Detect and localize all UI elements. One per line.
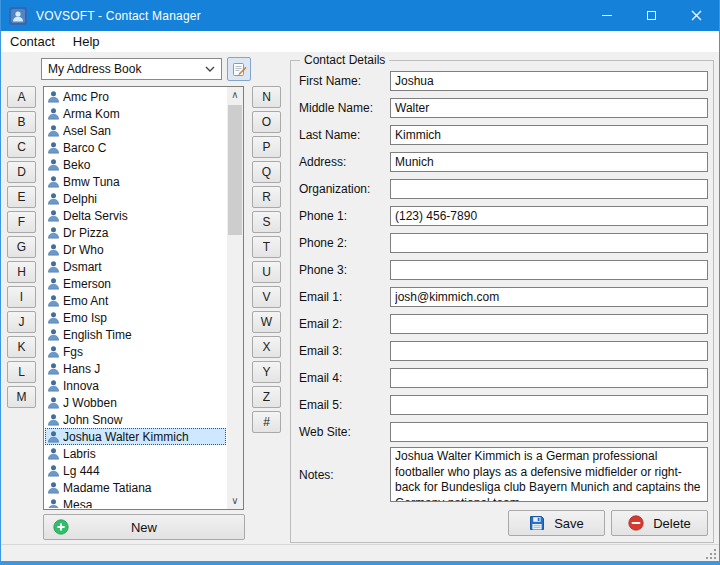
contact-list-item[interactable]: Emo Isp [45, 309, 226, 326]
email-3-field[interactable] [390, 341, 708, 361]
contact-list-item[interactable]: Mesa [45, 496, 226, 508]
minimize-button[interactable] [584, 0, 629, 31]
last-name-label: Last Name: [299, 128, 390, 142]
notes-label: Notes: [299, 468, 390, 482]
contact-list-item[interactable]: Innova [45, 377, 226, 394]
alphabet-button-c[interactable]: C [7, 136, 36, 158]
contact-list-item[interactable]: Dsmart [45, 258, 226, 275]
contact-list-item[interactable]: English Time [45, 326, 226, 343]
contact-list-item[interactable]: John Snow [45, 411, 226, 428]
contact-list-item[interactable]: Madame Tatiana [45, 479, 226, 496]
contact-name: J Wobben [63, 396, 117, 410]
phone-2-field[interactable] [390, 233, 708, 253]
phone-1-field[interactable] [390, 206, 708, 226]
titlebar: VOVSOFT - Contact Manager [1, 0, 719, 31]
contact-list-item[interactable]: Joshua Walter Kimmich [45, 428, 226, 445]
first-name-label: First Name: [299, 74, 390, 88]
alphabet-button-k[interactable]: K [7, 336, 36, 358]
alphabet-button-u[interactable]: U [252, 261, 281, 283]
email-4-field[interactable] [390, 368, 708, 388]
contact-list-item[interactable]: Fgs [45, 343, 226, 360]
contact-list-item[interactable]: Hans J [45, 360, 226, 377]
contact-list-item[interactable]: Dr Who [45, 241, 226, 258]
contact-list-item[interactable]: Amc Pro [45, 88, 226, 105]
save-floppy-icon [529, 515, 545, 531]
alphabet-button-hash[interactable]: # [252, 411, 281, 433]
alphabet-button-s[interactable]: S [252, 211, 281, 233]
web-site-label: Web Site: [299, 425, 390, 439]
contact-name: Emo Isp [63, 311, 107, 325]
close-button[interactable] [674, 0, 719, 31]
contact-name: Lg 444 [63, 464, 100, 478]
contact-name: Barco C [63, 141, 106, 155]
alphabet-button-w[interactable]: W [252, 311, 281, 333]
alphabet-button-r[interactable]: R [252, 186, 281, 208]
resize-grip[interactable] [705, 548, 717, 560]
alphabet-button-z[interactable]: Z [252, 386, 281, 408]
alphabet-button-g[interactable]: G [7, 236, 36, 258]
alphabet-button-p[interactable]: P [252, 136, 281, 158]
alphabet-button-l[interactable]: L [7, 361, 36, 383]
phone-3-field[interactable] [390, 260, 708, 280]
contact-list-item[interactable]: Dr Pizza [45, 224, 226, 241]
middle-name-field[interactable] [390, 98, 708, 118]
alphabet-button-a[interactable]: A [7, 86, 36, 108]
alphabet-button-q[interactable]: Q [252, 161, 281, 183]
last-name-field[interactable] [390, 125, 708, 145]
scrollbar-thumb[interactable] [228, 105, 242, 235]
contact-list-item[interactable]: Asel San [45, 122, 226, 139]
email-5-field[interactable] [390, 395, 708, 415]
maximize-button[interactable] [629, 0, 674, 31]
contact-list-item[interactable]: J Wobben [45, 394, 226, 411]
contact-name: Joshua Walter Kimmich [63, 430, 189, 444]
alphabet-button-t[interactable]: T [252, 236, 281, 258]
form-row-phone-1: Phone 1: [299, 202, 708, 229]
person-icon [47, 243, 60, 256]
contact-list-item[interactable]: Labris [45, 445, 226, 462]
edit-address-book-button[interactable] [227, 57, 251, 81]
contact-list-item[interactable]: Delphi [45, 190, 226, 207]
notes-field[interactable] [390, 447, 708, 502]
contact-list-item[interactable]: Emerson [45, 275, 226, 292]
alphabet-button-b[interactable]: B [7, 111, 36, 133]
scroll-up-icon[interactable]: ∧ [227, 87, 243, 103]
address-field[interactable] [390, 152, 708, 172]
address-book-dropdown[interactable]: My Address Book [41, 58, 222, 80]
alphabet-button-h[interactable]: H [7, 261, 36, 283]
contact-list-item[interactable]: Arma Kom [45, 105, 226, 122]
close-icon [691, 10, 702, 21]
contact-list-item[interactable]: Bmw Tuna [45, 173, 226, 190]
alphabet-button-d[interactable]: D [7, 161, 36, 183]
alphabet-button-n[interactable]: N [252, 86, 281, 108]
contact-list-item[interactable]: Barco C [45, 139, 226, 156]
alphabet-button-y[interactable]: Y [252, 361, 281, 383]
delete-button[interactable]: Delete [611, 510, 708, 536]
contact-list-item[interactable]: Lg 444 [45, 462, 226, 479]
alphabet-button-f[interactable]: F [7, 211, 36, 233]
email-1-field[interactable] [390, 287, 708, 307]
person-icon [47, 498, 60, 508]
contact-list-item[interactable]: Emo Ant [45, 292, 226, 309]
contact-list-scrollbar[interactable]: ∧ ∨ [227, 87, 243, 509]
save-button[interactable]: Save [508, 510, 605, 536]
contact-list-item[interactable]: Delta Servis [45, 207, 226, 224]
first-name-field[interactable] [390, 71, 708, 91]
phone-2-label: Phone 2: [299, 236, 390, 250]
alphabet-button-m[interactable]: M [7, 386, 36, 408]
new-contact-button[interactable]: New [43, 514, 245, 540]
contact-list-item[interactable]: Beko [45, 156, 226, 173]
alphabet-button-o[interactable]: O [252, 111, 281, 133]
web-site-field[interactable] [390, 422, 708, 442]
form-row-email-2: Email 2: [299, 310, 708, 337]
menu-help[interactable]: Help [64, 31, 109, 52]
alphabet-button-x[interactable]: X [252, 336, 281, 358]
alphabet-button-i[interactable]: I [7, 286, 36, 308]
alphabet-button-e[interactable]: E [7, 186, 36, 208]
alphabet-button-v[interactable]: V [252, 286, 281, 308]
scroll-down-icon[interactable]: ∨ [227, 493, 243, 509]
alphabet-button-j[interactable]: J [7, 311, 36, 333]
contact-name: Bmw Tuna [63, 175, 120, 189]
organization-field[interactable] [390, 179, 708, 199]
email-2-field[interactable] [390, 314, 708, 334]
menu-contact[interactable]: Contact [1, 31, 64, 52]
